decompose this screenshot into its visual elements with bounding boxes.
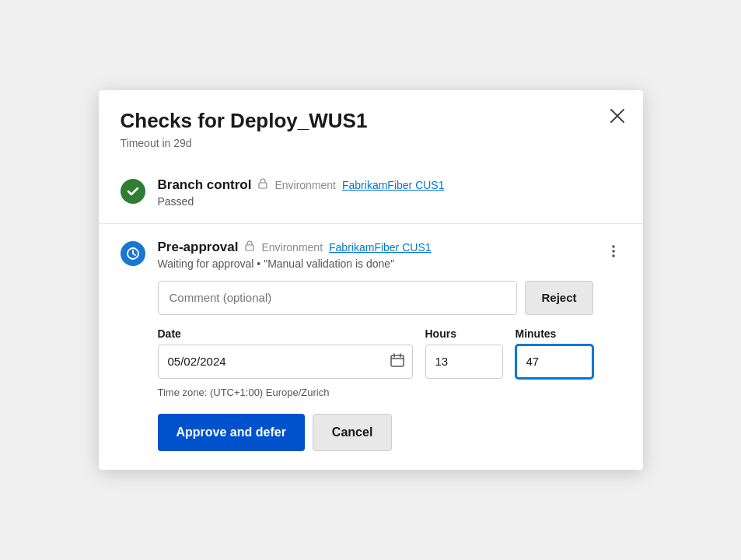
pre-approval-status-icon	[121, 241, 145, 266]
svg-point-13	[612, 254, 615, 257]
branch-control-title-row: Branch control Environment FabrikamFiber…	[158, 177, 621, 193]
branch-control-name: Branch control	[158, 177, 252, 193]
pre-approval-section: Pre-approval Environment FabrikamFiber C…	[99, 224, 643, 470]
branch-control-content: Branch control Environment FabrikamFiber…	[158, 177, 621, 208]
pre-approval-env-label: Environment	[261, 241, 323, 254]
modal-header: Checks for Deploy_WUS1 Timeout in 29d	[99, 90, 643, 161]
date-row: Date	[158, 327, 593, 379]
checks-modal: Checks for Deploy_WUS1 Timeout in 29d Br…	[99, 90, 643, 469]
modal-title: Checks for Deploy_WUS1	[121, 109, 621, 133]
cancel-button[interactable]: Cancel	[313, 414, 392, 451]
modal-subtitle: Timeout in 29d	[121, 137, 621, 149]
pre-approval-env-link[interactable]: FabrikamFiber CUS1	[329, 241, 431, 254]
minutes-label: Minutes	[516, 327, 593, 340]
hours-input[interactable]	[425, 345, 503, 379]
branch-control-env-label: Environment	[274, 179, 336, 191]
branch-control-env-icon	[257, 178, 268, 191]
date-field: Date	[158, 327, 413, 379]
clock-icon	[126, 247, 140, 261]
date-input[interactable]	[158, 345, 413, 379]
branch-control-env-link[interactable]: FabrikamFiber CUS1	[342, 179, 444, 191]
pre-approval-env-icon	[244, 240, 255, 254]
svg-point-12	[612, 250, 615, 253]
pre-approval-content: Pre-approval Environment FabrikamFiber C…	[158, 240, 593, 454]
vertical-dots-icon	[612, 244, 615, 258]
pre-approval-name: Pre-approval	[158, 240, 239, 255]
checkmark-icon	[126, 184, 140, 198]
branch-control-status: Passed	[158, 195, 621, 208]
branch-control-section: Branch control Environment FabrikamFiber…	[99, 162, 643, 223]
close-button[interactable]	[607, 106, 627, 126]
minutes-input[interactable]	[516, 345, 593, 379]
svg-rect-6	[246, 245, 253, 250]
minutes-field: Minutes	[516, 327, 593, 379]
svg-rect-2	[259, 183, 267, 188]
svg-line-5	[133, 254, 135, 255]
branch-control-status-icon	[121, 179, 145, 204]
date-input-wrapper	[158, 345, 413, 379]
comment-row: Reject	[158, 281, 593, 315]
pre-approval-status: Waiting for approval • "Manual validatio…	[158, 257, 593, 270]
reject-button[interactable]: Reject	[525, 281, 592, 315]
timezone-text: Time zone: (UTC+1:00) Europe/Zurich	[158, 387, 593, 398]
action-row: Approve and defer Cancel	[158, 414, 593, 454]
date-label: Date	[158, 327, 413, 340]
approval-form: Reject Date	[158, 281, 593, 454]
svg-point-11	[612, 245, 615, 248]
close-icon	[610, 109, 624, 123]
hours-field: Hours	[425, 327, 503, 379]
pre-approval-title-row: Pre-approval Environment FabrikamFiber C…	[158, 240, 593, 255]
approve-defer-button[interactable]: Approve and defer	[158, 414, 305, 451]
hours-label: Hours	[425, 327, 503, 340]
comment-input[interactable]	[158, 281, 518, 315]
more-options-button[interactable]	[606, 241, 621, 264]
